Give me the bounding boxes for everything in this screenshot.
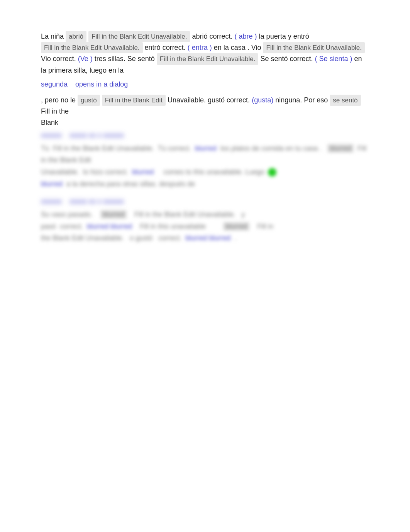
fill-blank-4[interactable]: Fill in the Blank Edit Unavailable. <box>157 53 259 65</box>
text-tres-sillas: tres sillas. Se sentó <box>95 55 157 63</box>
main-content: La niña abrió Fill in the Blank Edit Una… <box>41 31 369 244</box>
answer-se-sienta: ( Se sienta ) <box>315 55 352 63</box>
text-abrió-correct: abrió correct. <box>192 32 235 40</box>
blurred-text-2a: Su vaso pasado. blurred Fill in the Blan… <box>41 210 273 242</box>
text-la-nina: La niña <box>41 32 64 40</box>
fill-blank-2[interactable]: Fill in the Blank Edit Unavailable. <box>41 42 143 53</box>
fill-blank-p2-1[interactable]: Fill in the Blank Edit <box>102 95 166 106</box>
word-gustó: gustó <box>78 95 100 106</box>
blurred-link-2: xxxxxx xxxxx xx x xxxxxx <box>41 197 124 205</box>
blurred-content-1: Tú Fill in the Blank Edit Unavailable. T… <box>41 143 369 190</box>
fill-blank-3[interactable]: Fill in the Blank Edit Unavailable. <box>263 42 365 53</box>
text-la-puerta: la puerta y entró <box>259 32 309 40</box>
paragraph-1: La niña abrió Fill in the Blank Edit Una… <box>41 31 369 76</box>
text-unavailable-p2: Unavailable. <box>168 96 208 104</box>
text-se-sento-correct: Se sentó correct. <box>260 55 315 63</box>
answer-entra: ( entra ) <box>188 44 212 51</box>
text-blank: Blank <box>41 119 58 126</box>
answer-gusta: (gusta) <box>252 96 273 104</box>
text-fill-in-the: Fill in the <box>41 107 69 115</box>
text-en-la-casa: en la casa . Vio <box>214 44 263 51</box>
link-line-1: segunda opens in a dialog <box>41 79 369 90</box>
blurred-link-section-1: xxxxxx xxxxx xx x xxxxxx <box>41 130 369 141</box>
text-vio-correct: Vio correct. <box>41 55 76 63</box>
blurred-inline-1 <box>60 119 149 126</box>
blurred-link-section-2: xxxxxx xxxxx xx x xxxxxx <box>41 196 369 207</box>
green-dot <box>268 168 276 177</box>
blurred-content-2: Su vaso pasado. blurred Fill in the Blan… <box>41 209 369 244</box>
paragraph-2: , pero no le gustó Fill in the Blank Edi… <box>41 95 369 128</box>
blurred-text-1a: Tú Fill in the Blank Edit Unavailable. T… <box>41 144 366 188</box>
blurred-link-1: xxxxxx xxxxx xx x xxxxxx <box>41 131 124 139</box>
opens-in-dialog-link[interactable]: opens in a dialog <box>75 80 128 88</box>
fill-blank-1[interactable]: Fill in the Blank Edit Unavailable. <box>88 31 190 42</box>
text-entró-correct: entró correct. <box>145 44 188 51</box>
text-pero-no-le: , pero no le <box>41 96 76 104</box>
blank-abrió: abrió <box>66 31 86 42</box>
word-se-sentó: se sentó <box>330 95 361 106</box>
segunda-link[interactable]: segunda <box>41 80 68 88</box>
answer-ve: (Ve ) <box>78 55 95 63</box>
text-gustó-correct: gustó correct. <box>208 96 252 104</box>
text-ninguna: ninguna. Por eso <box>275 96 330 104</box>
answer-abre: ( abre ) <box>235 32 257 40</box>
